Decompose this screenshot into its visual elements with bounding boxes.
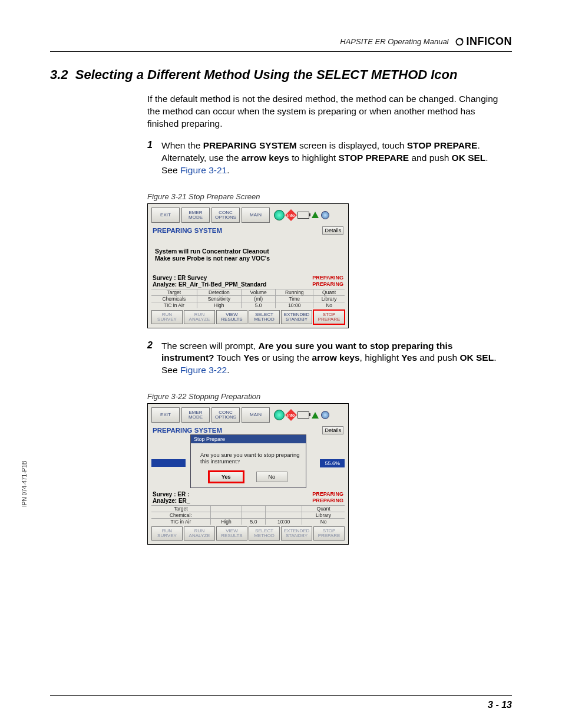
extended-standby-button[interactable]: EXTENDED STANDBY (281, 310, 312, 324)
step-1: 1 When the PREPARING SYSTEM screen is di… (147, 140, 506, 186)
brand-text: INFICON (467, 35, 513, 48)
cylinder-icon (321, 211, 329, 219)
footer-divider (50, 695, 512, 696)
preparing-status-4: PREPARING (312, 498, 343, 504)
status-triangle-icon (312, 212, 319, 218)
conc-options-button[interactable]: CONC OPTIONS (211, 207, 240, 223)
details-button[interactable]: Details (322, 226, 343, 235)
select-method-button[interactable]: SELECT METHOD (249, 310, 280, 324)
page-header: HAPSITE ER Operating Manual INFICON (50, 35, 512, 52)
analyze-label: Analyze: ER_Air_Tri-Bed_PPM_Standard (153, 281, 266, 288)
preparing-status-1: PREPARING (312, 275, 343, 281)
manual-title: HAPSITE ER Operating Manual (340, 37, 448, 46)
conc-options-button-2[interactable]: CONC OPTIONS (211, 407, 240, 423)
svg-point-1 (461, 38, 463, 41)
system-status-title-2: PREPARING SYSTEM (153, 427, 222, 434)
info-icon[interactable]: info (285, 209, 297, 221)
logo-icon (455, 37, 464, 47)
select-method-button-2[interactable]: SELECT METHOD (249, 526, 280, 541)
view-results-button[interactable]: VIEW RESULTS (216, 310, 247, 324)
exit-button[interactable]: EXIT (151, 207, 180, 223)
main-button[interactable]: MAIN (242, 207, 270, 223)
battery-icon-2 (297, 411, 309, 419)
step-1-text: When the PREPARING SYSTEM screen is disp… (161, 140, 506, 177)
progress-bar-left (151, 459, 186, 467)
step-2-number: 2 (147, 340, 161, 387)
figure-3-22-caption: Figure 3-22 Stopping Preparation (147, 392, 506, 401)
section-heading: 3.2 Selecting a Different Method Using t… (50, 67, 512, 83)
bottom-toolbar-2: RUN SURVEY RUN ANALYZE VIEW RESULTS SELE… (151, 526, 345, 541)
system-message: System will run Concentrator Cleanout Ma… (151, 235, 345, 275)
figure-3-21-caption: Figure 3-21 Stop Prepare Screen (147, 192, 506, 201)
extended-standby-button-2[interactable]: EXTENDED STANDBY (281, 526, 312, 541)
survey-label: Survey : ER Survey (153, 275, 207, 281)
help-icon-2[interactable] (274, 410, 285, 420)
emer-mode-button-2[interactable]: EMER MODE (181, 407, 210, 423)
stop-prepare-button[interactable]: STOP PREPARE (313, 310, 345, 324)
run-survey-button[interactable]: RUN SURVEY (151, 310, 183, 324)
details-button-2[interactable]: Details (322, 426, 343, 434)
link-figure-3-22[interactable]: Figure 3-22 (180, 365, 227, 375)
stop-prepare-button-2[interactable]: STOP PREPARE (313, 526, 345, 541)
figure-3-21-screenshot: EXIT EMER MODE CONC OPTIONS MAIN info PR… (147, 203, 349, 328)
step-2-text: The screen will prompt, Are you sure you… (161, 340, 506, 377)
brand-logo: INFICON (455, 35, 513, 48)
info-icon-2[interactable]: info (285, 409, 297, 421)
dialog-title: Stop Prepare (191, 435, 306, 443)
view-results-button-2[interactable]: VIEW RESULTS (216, 526, 247, 541)
step-2: 2 The screen will prompt, Are you sure y… (147, 340, 506, 387)
dialog-message: Are you sure you want to stop preparing … (191, 443, 306, 472)
step-1-number: 1 (147, 140, 161, 186)
run-survey-button-2[interactable]: RUN SURVEY (151, 526, 183, 541)
parameters-table-2: Target Quant Chemical: Library TIC in Ai… (151, 505, 345, 525)
analyze-label-2: Analyze: ER_ (153, 498, 190, 504)
status-triangle-icon-2 (312, 412, 319, 419)
battery-icon (297, 212, 309, 219)
survey-label-2: Survey : ER : (153, 491, 189, 498)
cylinder-icon-2 (321, 411, 329, 419)
bottom-toolbar: RUN SURVEY RUN ANALYZE VIEW RESULTS SELE… (151, 310, 345, 324)
help-icon[interactable] (274, 210, 285, 220)
intro-paragraph: If the default method is not the desired… (147, 93, 506, 130)
preparing-status-3: PREPARING (312, 491, 343, 498)
link-figure-3-21[interactable]: Figure 3-21 (180, 165, 227, 175)
system-status-title: PREPARING SYSTEM (153, 227, 222, 234)
emer-mode-button[interactable]: EMER MODE (181, 207, 210, 223)
run-analyze-button-2[interactable]: RUN ANALYZE (184, 526, 215, 541)
progress-percent: 55.6% (320, 459, 345, 467)
stop-prepare-dialog: Stop Prepare Are you sure you want to st… (190, 434, 306, 488)
exit-button-2[interactable]: EXIT (151, 407, 180, 423)
top-toolbar: EXIT EMER MODE CONC OPTIONS MAIN info (151, 207, 345, 225)
top-toolbar-2: EXIT EMER MODE CONC OPTIONS MAIN info (151, 407, 345, 425)
side-ipn: IPN 074-471-P1B (21, 461, 28, 507)
dialog-yes-button[interactable]: Yes (209, 472, 243, 482)
figure-3-22-screenshot: EXIT EMER MODE CONC OPTIONS MAIN info PR… (147, 403, 349, 545)
dialog-area: 55.6% Stop Prepare Are you sure you want… (151, 434, 345, 489)
preparing-status-2: PREPARING (312, 281, 343, 288)
main-button-2[interactable]: MAIN (242, 407, 270, 423)
dialog-no-button[interactable]: No (256, 472, 288, 482)
parameters-table: Target Detection Volume Running Quant Ch… (151, 289, 345, 308)
page-number: 3 - 13 (488, 700, 512, 710)
run-analyze-button[interactable]: RUN ANALYZE (184, 310, 215, 324)
